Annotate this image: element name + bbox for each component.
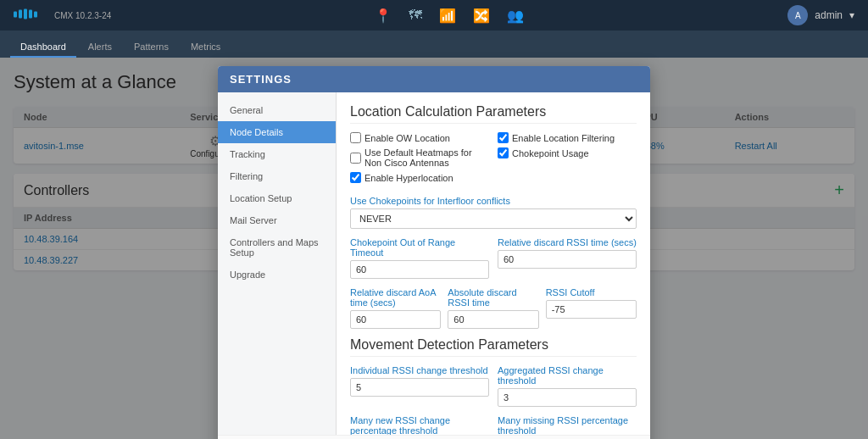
aggregated-rssi-field: Aggregated RSSI change threshold bbox=[498, 365, 637, 407]
sidebar-item-upgrade[interactable]: Upgrade bbox=[218, 264, 336, 286]
cisco-logo bbox=[14, 6, 47, 25]
many-new-rssi-field: Many new RSSI change percentage threshol… bbox=[350, 415, 489, 435]
choke-conflicts-select[interactable]: NEVER bbox=[350, 208, 637, 229]
modal-sidebar: General Node Details Tracking Filtering … bbox=[218, 92, 337, 435]
sidebar-item-tracking[interactable]: Tracking bbox=[218, 143, 336, 165]
enable-location-filtering-checkbox[interactable] bbox=[498, 132, 509, 143]
absolute-discard-rssi-label: Absolute discard RSSI time bbox=[448, 287, 538, 308]
map-nav-icon[interactable]: 🗺 bbox=[409, 8, 422, 23]
relative-discard-aoa-label: Relative discard AoA time (secs) bbox=[350, 287, 441, 308]
many-missing-rssi-field: Many missing RSSI percentage threshold bbox=[498, 415, 637, 435]
location-calc-title: Location Calculation Parameters bbox=[350, 104, 637, 124]
subnav-patterns[interactable]: Patterns bbox=[124, 37, 179, 58]
sidebar-item-general[interactable]: General bbox=[218, 99, 336, 121]
version-label: CMX 10.2.3-24 bbox=[54, 11, 111, 20]
relative-discard-aoa-field: Relative discard AoA time (secs) bbox=[350, 287, 441, 329]
chokepoint-timeout-input[interactable] bbox=[350, 260, 489, 279]
nav-icons: 📍 🗺 📶 🔀 👥 bbox=[375, 8, 524, 24]
svg-rect-0 bbox=[14, 12, 17, 18]
settings-modal: SETTINGS General Node Details Tracking F… bbox=[218, 66, 650, 439]
people-nav-icon[interactable]: 👥 bbox=[507, 8, 524, 24]
aoa-fields: Relative discard AoA time (secs) Absolut… bbox=[350, 287, 637, 329]
individual-rssi-input[interactable] bbox=[350, 378, 489, 397]
aggregated-rssi-label: Aggregated RSSI change threshold bbox=[498, 365, 637, 386]
modal-content-area: Location Calculation Parameters Enable O… bbox=[337, 92, 650, 435]
svg-rect-3 bbox=[29, 10, 32, 19]
top-navbar: CMX 10.2.3-24 📍 🗺 📶 🔀 👥 A admin ▾ bbox=[0, 0, 868, 31]
subnav-dashboard[interactable]: Dashboard bbox=[10, 37, 76, 58]
movement-fields-top: Individual RSSI change threshold Aggrega… bbox=[350, 365, 637, 407]
absolute-discard-rssi-input[interactable] bbox=[448, 310, 538, 329]
relative-discard-aoa-input[interactable] bbox=[350, 310, 441, 329]
enable-ow-checkbox[interactable] bbox=[350, 132, 361, 143]
modal-title: SETTINGS bbox=[230, 73, 292, 86]
enable-hyperlocation-checkbox[interactable] bbox=[350, 172, 361, 183]
rssi-cutoff-field: RSSI Cutoff bbox=[546, 287, 637, 329]
sub-navbar: Dashboard Alerts Patterns Metrics bbox=[0, 31, 868, 58]
individual-rssi-label: Individual RSSI change threshold bbox=[350, 365, 489, 375]
timeout-fields: Chokepoint Out of Range Timeout Relative… bbox=[350, 237, 637, 279]
admin-label: admin bbox=[815, 9, 843, 21]
aggregated-rssi-input[interactable] bbox=[498, 388, 637, 407]
enable-hyperlocation-checkbox-row[interactable]: Enable Hyperlocation bbox=[350, 172, 489, 183]
choke-conflicts-label: Use Chokepoints for Interfloor conflicts bbox=[350, 196, 637, 206]
chokepoint-timeout-label: Chokepoint Out of Range Timeout bbox=[350, 237, 489, 258]
absolute-discard-rssi-field: Absolute discard RSSI time bbox=[448, 287, 538, 329]
movement-fields-bottom: Many new RSSI change percentage threshol… bbox=[350, 415, 637, 435]
modal-footer: Cancel Save bbox=[218, 435, 650, 439]
sidebar-item-filtering[interactable]: Filtering bbox=[218, 165, 336, 187]
subnav-alerts[interactable]: Alerts bbox=[78, 37, 122, 58]
admin-chevron-icon: ▾ bbox=[849, 9, 854, 21]
individual-rssi-field: Individual RSSI change threshold bbox=[350, 365, 489, 407]
use-default-heatmaps-checkbox-row[interactable]: Use Default Heatmaps for Non Cisco Anten… bbox=[350, 147, 489, 168]
sidebar-item-controllers-maps[interactable]: Controllers and Maps Setup bbox=[218, 231, 336, 264]
choke-conflicts-field: Use Chokepoints for Interfloor conflicts… bbox=[350, 196, 637, 229]
chokepoint-usage-label: Chokepoint Usage bbox=[512, 148, 589, 158]
svg-rect-1 bbox=[19, 10, 22, 19]
modal-title-bar: SETTINGS bbox=[218, 66, 650, 92]
enable-location-filtering-label: Enable Location Filtering bbox=[512, 133, 615, 143]
sidebar-item-node-details[interactable]: Node Details bbox=[218, 121, 336, 143]
many-new-rssi-label: Many new RSSI change percentage threshol… bbox=[350, 415, 489, 435]
location-nav-icon[interactable]: 📍 bbox=[375, 8, 392, 24]
relative-discard-rssi-label: Relative discard RSSI time (secs) bbox=[498, 237, 637, 247]
sidebar-item-mail-server[interactable]: Mail Server bbox=[218, 209, 336, 231]
modal-body: General Node Details Tracking Filtering … bbox=[218, 92, 650, 435]
relative-discard-rssi-field: Relative discard RSSI time (secs) bbox=[498, 237, 637, 279]
right-checkboxes: Enable Location Filtering Chokepoint Usa… bbox=[498, 132, 637, 187]
movement-detection-title: Movement Detection Parameters bbox=[350, 337, 637, 357]
enable-ow-checkbox-row[interactable]: Enable OW Location bbox=[350, 132, 489, 143]
checkbox-columns: Enable OW Location Use Default Heatmaps … bbox=[350, 132, 637, 187]
avatar: A bbox=[787, 5, 808, 25]
logo-area: CMX 10.2.3-24 bbox=[14, 6, 111, 25]
chokepoint-usage-checkbox-row[interactable]: Chokepoint Usage bbox=[498, 147, 637, 158]
modal-overlay: SETTINGS General Node Details Tracking F… bbox=[0, 58, 868, 439]
main-content: System at a Glance Node Services Memory … bbox=[0, 58, 868, 439]
chokepoint-timeout-field: Chokepoint Out of Range Timeout bbox=[350, 237, 489, 279]
svg-rect-4 bbox=[34, 12, 37, 18]
enable-ow-label: Enable OW Location bbox=[364, 133, 450, 143]
rssi-cutoff-label: RSSI Cutoff bbox=[546, 287, 637, 297]
user-area: A admin ▾ bbox=[787, 5, 854, 25]
use-default-heatmaps-label: Use Default Heatmaps for Non Cisco Anten… bbox=[364, 147, 489, 168]
rssi-cutoff-input[interactable] bbox=[546, 300, 637, 319]
enable-location-filtering-checkbox-row[interactable]: Enable Location Filtering bbox=[498, 132, 637, 143]
subnav-metrics[interactable]: Metrics bbox=[181, 37, 231, 58]
chokepoint-usage-checkbox[interactable] bbox=[498, 147, 509, 158]
share-nav-icon[interactable]: 🔀 bbox=[473, 8, 490, 24]
svg-rect-2 bbox=[24, 9, 27, 19]
wifi-nav-icon[interactable]: 📶 bbox=[439, 8, 456, 24]
many-missing-rssi-label: Many missing RSSI percentage threshold bbox=[498, 415, 637, 435]
enable-hyperlocation-label: Enable Hyperlocation bbox=[364, 173, 453, 183]
sidebar-item-location-setup[interactable]: Location Setup bbox=[218, 187, 336, 209]
left-checkboxes: Enable OW Location Use Default Heatmaps … bbox=[350, 132, 489, 187]
use-default-heatmaps-checkbox[interactable] bbox=[350, 153, 361, 164]
relative-discard-rssi-input[interactable] bbox=[498, 250, 637, 269]
